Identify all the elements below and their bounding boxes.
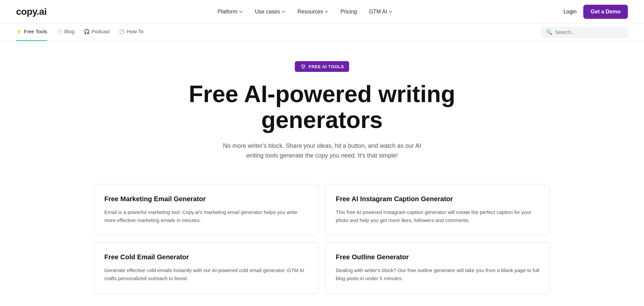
subnav-free-tools[interactable]: ⚡ Free Tools xyxy=(16,24,47,41)
get-demo-button[interactable]: Get a Demo xyxy=(583,5,628,19)
sub-navigation: ⚡ Free Tools 📄 Blog 🎧 Podcast 🕐 How To 🔍 xyxy=(0,24,644,41)
hero-badge: 🔮 FREE AI TOOLS xyxy=(295,61,350,72)
cards-grid: Free Marketing Email Generator Email is … xyxy=(0,174,644,306)
search-input[interactable] xyxy=(555,29,623,35)
lightning-icon: ⚡ xyxy=(16,29,22,34)
nav-gtm-ai[interactable]: GTM AI xyxy=(369,9,392,15)
chevron-down-icon xyxy=(324,10,328,14)
subnav-how-to[interactable]: 🕐 How To xyxy=(119,24,144,41)
card-instagram-caption[interactable]: Free AI Instagram Caption Generator This… xyxy=(325,184,550,235)
top-navigation: copy.ai Platform Use cases Resources Pri… xyxy=(0,0,644,24)
chevron-down-icon xyxy=(388,10,392,14)
card-desc: This free AI powered Instagram caption g… xyxy=(336,208,540,224)
badge-icon: 🔮 xyxy=(300,64,306,69)
subnav-items: ⚡ Free Tools 📄 Blog 🎧 Podcast 🕐 How To xyxy=(16,24,144,41)
card-desc: Dealing with writer's block? Our free ou… xyxy=(336,266,540,282)
hero-subtitle: No more writer's block. Share your ideas… xyxy=(215,141,429,161)
card-title: Free Cold Email Generator xyxy=(104,253,308,261)
headphone-icon: 🎧 xyxy=(84,29,90,34)
chevron-down-icon xyxy=(239,10,243,14)
nav-pricing[interactable]: Pricing xyxy=(340,9,357,15)
nav-right: Login Get a Demo xyxy=(564,5,628,19)
chevron-down-icon xyxy=(281,10,285,14)
card-outline-generator[interactable]: Free Outline Generator Dealing with writ… xyxy=(325,242,550,294)
nav-resources[interactable]: Resources xyxy=(298,9,328,15)
card-title: Free AI Instagram Caption Generator xyxy=(336,195,540,203)
nav-center: Platform Use cases Resources Pricing GTM… xyxy=(217,9,392,15)
search-icon: 🔍 xyxy=(546,29,552,35)
card-desc: Email is a powerful marketing tool. Copy… xyxy=(104,208,308,224)
card-title: Free Marketing Email Generator xyxy=(104,195,308,203)
card-desc: Generate effective cold emails instantly… xyxy=(104,266,308,282)
card-title: Free Outline Generator xyxy=(336,253,540,261)
subnav-podcast[interactable]: 🎧 Podcast xyxy=(84,24,110,41)
subnav-blog[interactable]: 📄 Blog xyxy=(57,24,74,41)
card-marketing-email[interactable]: Free Marketing Email Generator Email is … xyxy=(94,184,319,235)
search-container: 🔍 xyxy=(541,27,628,38)
nav-platform[interactable]: Platform xyxy=(217,9,243,15)
document-icon: 📄 xyxy=(57,29,62,34)
clock-icon: 🕐 xyxy=(119,29,125,34)
login-button[interactable]: Login xyxy=(564,9,577,15)
nav-use-cases[interactable]: Use cases xyxy=(255,9,285,15)
hero-title: Free AI-powered writing generators xyxy=(184,81,460,133)
hero-section: 🔮 FREE AI TOOLS Free AI-powered writing … xyxy=(0,41,644,174)
logo[interactable]: copy.ai xyxy=(16,6,47,17)
card-cold-email[interactable]: Free Cold Email Generator Generate effec… xyxy=(94,242,319,294)
